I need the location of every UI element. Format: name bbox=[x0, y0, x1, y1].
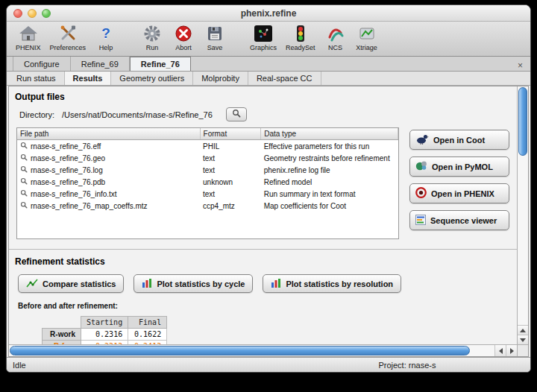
toolbar-button-xtriage[interactable]: Xtriage bbox=[351, 23, 383, 52]
file-path-cell: rnase-s_refine_76.geo bbox=[31, 154, 105, 162]
magnifier-icon bbox=[20, 177, 28, 186]
column-header-file-path[interactable]: File path bbox=[17, 128, 200, 140]
subtab-run-status[interactable]: Run status bbox=[8, 72, 65, 85]
format-cell: text bbox=[200, 152, 261, 164]
line-chart-icon bbox=[26, 278, 38, 290]
subtab-molprobity[interactable]: Molprobity bbox=[193, 72, 248, 85]
format-cell: text bbox=[200, 164, 261, 176]
magnifier-icon bbox=[20, 165, 28, 174]
subtab-geometry-outliers[interactable]: Geometry outliers bbox=[111, 72, 193, 85]
toolbar-button-ncs[interactable]: NCS bbox=[320, 23, 351, 52]
open-in-phenix-button[interactable]: Open in PHENIX bbox=[409, 183, 509, 203]
sequence-viewer-button[interactable]: Sequence viewer bbox=[409, 210, 509, 230]
titlebar[interactable]: phenix.refine bbox=[7, 5, 530, 22]
refinement-statistics-section: Refinement statistics Compare statistics bbox=[9, 249, 517, 344]
toolbar-label: Preferences bbox=[50, 44, 87, 51]
open-in-coot-button[interactable]: Open in Coot bbox=[409, 130, 509, 150]
horizontal-scroll-track[interactable] bbox=[9, 345, 494, 356]
toolbar-button-help[interactable]: ? Help bbox=[90, 23, 122, 52]
stats-header-row: Starting Final bbox=[43, 317, 167, 329]
horizontal-scrollbar[interactable] bbox=[9, 344, 528, 356]
subtab-real-space-cc[interactable]: Real-space CC bbox=[248, 72, 321, 85]
file-row[interactable]: rnase-s_refine_76_map_coeffs.mtz ccp4_mt… bbox=[17, 200, 398, 212]
file-actions: Open in Coot Open in PyMOL bbox=[409, 127, 509, 239]
action-button-label: Sequence viewer bbox=[430, 216, 497, 225]
browse-directory-button[interactable] bbox=[226, 107, 247, 121]
stats-row-r-work: R-work 0.2316 0.1622 bbox=[43, 329, 167, 341]
stats-blank-header bbox=[43, 317, 81, 329]
results-subtabs: Run status Results Geometry outliers Mol… bbox=[7, 72, 530, 86]
vertical-scroll-thumb[interactable] bbox=[518, 87, 527, 156]
file-row[interactable]: rnase-s_refine_76.pdb unknown Refined mo… bbox=[17, 176, 398, 188]
scroll-left-button[interactable] bbox=[494, 345, 506, 356]
tab-configure[interactable]: Configure bbox=[13, 57, 71, 71]
files-area: File path Format Data type rnase-s_refin… bbox=[16, 127, 509, 239]
tab-refine-76[interactable]: Refine_76 bbox=[130, 57, 191, 71]
compare-statistics-button[interactable]: Compare statistics bbox=[18, 274, 124, 293]
vertical-scrollbar[interactable] bbox=[517, 86, 528, 344]
open-in-pymol-button[interactable]: Open in PyMOL bbox=[409, 157, 509, 177]
close-window-button[interactable] bbox=[13, 9, 22, 18]
phenix-logo-icon bbox=[415, 187, 427, 200]
vertical-scroll-track[interactable] bbox=[518, 86, 528, 325]
content-area: Output files Directory: /Users/nat/Docum… bbox=[8, 86, 529, 357]
toolbar-label: Abort bbox=[175, 44, 192, 51]
scroll-right-button[interactable] bbox=[506, 345, 517, 356]
toolbar-button-save[interactable]: Save bbox=[199, 23, 230, 52]
save-icon bbox=[207, 24, 223, 43]
toolbar: PHENIX Preferences ? Help Run Abort bbox=[7, 22, 530, 57]
horizontal-scroll-thumb[interactable] bbox=[10, 346, 470, 355]
output-files-heading: Output files bbox=[15, 92, 511, 102]
stats-row-r-free: R-free 0.2313 0.2413 bbox=[43, 341, 167, 345]
refinement-statistics-heading: Refinement statistics bbox=[15, 256, 511, 267]
refinement-stats-table: Starting Final R-work 0.2316 0.1622 R-fr… bbox=[42, 316, 167, 344]
file-path-cell: rnase-s_refine_76_info.txt bbox=[31, 190, 117, 198]
plot-by-cycle-button[interactable]: Plot statistics by cycle bbox=[134, 274, 253, 293]
right-arrow-icon bbox=[510, 348, 514, 354]
tools-icon bbox=[58, 24, 78, 43]
stats-column-final: Final bbox=[128, 317, 167, 329]
datatype-cell: Geometry restraints before refinement bbox=[261, 152, 398, 164]
file-path-cell: rnase-s_refine_76.pdb bbox=[31, 178, 105, 186]
coot-bird-icon bbox=[415, 133, 429, 146]
tab-close-button[interactable]: × bbox=[510, 60, 530, 71]
down-arrow-icon bbox=[520, 338, 526, 342]
file-row[interactable]: rnase-s_refine_76.eff PHIL Effective par… bbox=[17, 140, 398, 153]
toolbar-button-phenix[interactable]: PHENIX bbox=[11, 23, 45, 52]
datatype-cell: Refined model bbox=[261, 176, 398, 188]
scrollbar-corner bbox=[517, 345, 528, 356]
stats-row-label: R-free bbox=[43, 341, 81, 345]
subtab-results[interactable]: Results bbox=[65, 72, 112, 85]
format-cell: ccp4_mtz bbox=[200, 200, 261, 212]
abort-icon bbox=[175, 24, 192, 43]
help-icon: ? bbox=[101, 24, 110, 43]
minimize-window-button[interactable] bbox=[28, 9, 37, 18]
tab-refine-69[interactable]: Refine_69 bbox=[71, 57, 130, 71]
statistics-buttons: Compare statistics Plot statistics by cy… bbox=[18, 274, 511, 293]
xtriage-icon bbox=[359, 24, 375, 43]
output-files-table: File path Format Data type rnase-s_refin… bbox=[16, 127, 399, 239]
toolbar-button-graphics[interactable]: Graphics bbox=[245, 23, 281, 52]
toolbar-label: Save bbox=[207, 44, 223, 51]
file-path-cell: rnase-s_refine_76.eff bbox=[31, 142, 101, 151]
file-row[interactable]: rnase-s_refine_76_info.txt text Run summ… bbox=[17, 188, 398, 200]
zoom-window-button[interactable] bbox=[42, 9, 51, 18]
left-arrow-icon bbox=[499, 348, 503, 354]
ncs-icon bbox=[327, 24, 345, 43]
toolbar-button-preferences[interactable]: Preferences bbox=[45, 23, 91, 52]
column-header-data-type[interactable]: Data type bbox=[261, 128, 398, 140]
toolbar-button-run[interactable]: Run bbox=[136, 23, 168, 52]
file-row[interactable]: rnase-s_refine_76.geo text Geometry rest… bbox=[17, 152, 398, 164]
column-header-format[interactable]: Format bbox=[200, 128, 261, 140]
toolbar-button-abort[interactable]: Abort bbox=[168, 23, 199, 52]
file-row[interactable]: rnase-s_refine_76.log text phenix.refine… bbox=[17, 164, 398, 176]
scroll-down-button[interactable] bbox=[518, 335, 528, 344]
magnifier-icon bbox=[20, 189, 28, 198]
directory-label: Directory: bbox=[19, 110, 54, 119]
window-title: phenix.refine bbox=[7, 8, 530, 19]
format-cell: text bbox=[200, 188, 261, 200]
pymol-icon bbox=[415, 160, 427, 173]
plot-by-resolution-button[interactable]: Plot statistics by resolution bbox=[263, 274, 401, 293]
scroll-up-button[interactable] bbox=[518, 325, 528, 335]
toolbar-button-readyset[interactable]: ReadySet bbox=[281, 23, 320, 52]
